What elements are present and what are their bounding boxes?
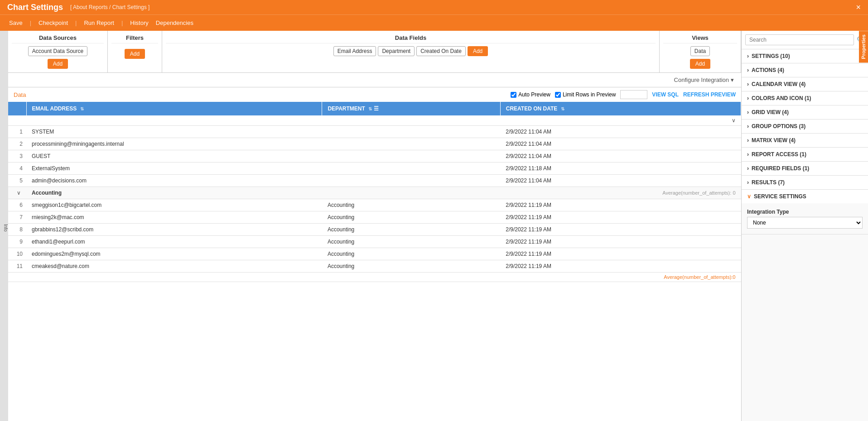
group-label: Accounting: [26, 187, 500, 199]
accordion-item-3: › COLORS AND ICON (1): [742, 91, 868, 105]
created-on-date-tag[interactable]: Created On Date: [416, 46, 466, 56]
properties-tab: Properties: [859, 31, 868, 62]
content-area: Data Sources Account Data Source Add Fil…: [8, 31, 741, 421]
accordion-header-8[interactable]: › REQUIRED FIELDS (1): [742, 162, 868, 175]
data-fields-section: Data Fields Email Address Department Cre…: [162, 31, 660, 72]
email-sort-icon[interactable]: ⇅: [80, 106, 84, 111]
configure-integration-button[interactable]: Configure Integration ▾: [674, 77, 734, 83]
accordion-header-4[interactable]: › GRID VIEW (4): [742, 105, 868, 119]
accordion-header-3[interactable]: › COLORS AND ICON (1): [742, 91, 868, 105]
right-panel-search: 🔍: [742, 31, 868, 49]
data-view-tag[interactable]: Data: [690, 46, 710, 56]
row-num: 3: [8, 150, 26, 163]
run-report-button[interactable]: Run Report: [82, 19, 116, 27]
chevron-down-icon: ▾: [731, 77, 734, 83]
expand-icon[interactable]: ∨: [732, 117, 736, 124]
filters-add-button[interactable]: Add: [125, 49, 145, 59]
table-row: 10 edomingues2m@mysql.com Accounting 2/9…: [8, 248, 741, 260]
data-sources-body: Account Data Source: [12, 46, 104, 56]
row-dept: [322, 175, 500, 187]
save-button[interactable]: Save: [7, 19, 24, 27]
row-email: rniesing2k@mac.com: [26, 211, 322, 224]
group-avg-row: Average(number_of_attempts):0: [8, 273, 741, 282]
data-label: Data: [14, 91, 26, 98]
row-num: 6: [8, 199, 26, 211]
integration-type-select[interactable]: None: [747, 217, 863, 229]
table-row: 8 gbrabbins12@scribd.com Accounting 2/9/…: [8, 224, 741, 236]
dept-sort-icon[interactable]: ⇅: [368, 106, 372, 111]
table-row: 3 GUEST 2/9/2022 11:04 AM: [8, 150, 741, 163]
history-button[interactable]: History: [128, 19, 150, 27]
chevron-right-icon-3: ›: [747, 95, 749, 101]
group-avg-footer: Average(number_of_attempts):0: [8, 273, 741, 282]
row-dept: [322, 150, 500, 163]
accordion-header-7[interactable]: › REPORT ACCESS (1): [742, 148, 868, 161]
accordion-label-7: REPORT ACCESS (1): [752, 151, 806, 158]
col-num-header: [8, 102, 26, 115]
data-table-container[interactable]: EMAIL ADDRESS ⇅ DEPARTMENT ⇅ ☰ CREATED O…: [8, 102, 741, 421]
accordion-header-2[interactable]: › CALENDAR VIEW (4): [742, 77, 868, 91]
data-sources-header: Data Sources: [12, 34, 104, 43]
view-sql-button[interactable]: VIEW SQL: [652, 91, 679, 98]
accordion-item-5: › GROUP OPTIONS (3): [742, 120, 868, 134]
service-settings-header[interactable]: ∨ SERVICE SETTINGS: [742, 190, 868, 203]
limit-rows-checkbox[interactable]: [555, 92, 561, 98]
auto-preview-checkbox[interactable]: [511, 92, 516, 98]
row-dept: Accounting: [322, 260, 500, 273]
sep1: |: [30, 19, 31, 26]
auto-preview-label: Auto Preview: [511, 91, 550, 98]
row-date: 2/9/2022 11:04 AM: [500, 126, 741, 138]
search-input[interactable]: [745, 34, 854, 45]
refresh-preview-button[interactable]: REFRESH PREVIEW: [683, 91, 736, 98]
row-num: 8: [8, 224, 26, 236]
sep3: |: [121, 19, 123, 26]
accordion-item-1: › ACTIONS (4): [742, 63, 868, 77]
accordion-header-1[interactable]: › ACTIONS (4): [742, 63, 868, 77]
row-dept: Accounting: [322, 236, 500, 248]
preview-controls: Auto Preview Limit Rows in Preview 50 VI…: [511, 90, 736, 99]
department-tag[interactable]: Department: [378, 46, 415, 56]
accordion-header-5[interactable]: › GROUP OPTIONS (3): [742, 120, 868, 133]
accordion-label-8: REQUIRED FIELDS (1): [752, 165, 809, 172]
limit-rows-input[interactable]: 50: [620, 90, 647, 99]
close-icon[interactable]: ×: [856, 3, 861, 12]
row-num: 2: [8, 138, 26, 150]
accordion-item-7: › REPORT ACCESS (1): [742, 148, 868, 162]
accordion-item-9: › RESULTS (7): [742, 176, 868, 190]
dependencies-button[interactable]: Dependencies: [154, 19, 195, 27]
chevron-right-icon-1: ›: [747, 67, 749, 73]
data-fields-header: Data Fields: [166, 34, 656, 43]
row-email: edomingues2m@mysql.com: [26, 248, 322, 260]
chevron-right-icon-6: ›: [747, 137, 749, 144]
group-avg: Average(number_of_attempts): 0: [500, 187, 741, 199]
views-add-button[interactable]: Add: [690, 59, 710, 69]
data-fields-add-button[interactable]: Add: [468, 46, 488, 56]
chevron-right-icon-8: ›: [747, 165, 749, 172]
checkpoint-button[interactable]: Checkpoint: [37, 19, 70, 27]
table-row: 1 SYSTEM 2/9/2022 11:04 AM: [8, 126, 741, 138]
row-email: admin@decisions.com: [26, 175, 322, 187]
sep2: |: [75, 19, 77, 26]
account-data-source-tag[interactable]: Account Data Source: [28, 46, 87, 56]
data-fields-body: Email Address Department Created On Date…: [166, 46, 656, 56]
data-sources-add-button[interactable]: Add: [48, 59, 68, 69]
accordion-label-6: MATRIX VIEW (4): [752, 137, 796, 144]
accordion-header-0[interactable]: › SETTINGS (10): [742, 49, 868, 63]
left-sidebar: Info ⚙ 👥 🔧: [0, 31, 8, 421]
group-expand-icon[interactable]: ∨: [8, 187, 26, 199]
row-dept: [322, 138, 500, 150]
accordion-item-0: › SETTINGS (10): [742, 49, 868, 63]
accordion-header-9[interactable]: › RESULTS (7): [742, 176, 868, 189]
row-num: 10: [8, 248, 26, 260]
row-date: 2/9/2022 11:19 AM: [500, 236, 741, 248]
views-body: Data: [663, 46, 737, 56]
accordion-label-4: GRID VIEW (4): [752, 109, 789, 115]
table-row: 5 admin@decisions.com 2/9/2022 11:04 AM: [8, 175, 741, 187]
email-address-tag[interactable]: Email Address: [333, 46, 376, 56]
row-num: 1: [8, 126, 26, 138]
row-num: 7: [8, 211, 26, 224]
dept-filter-icon[interactable]: ☰: [374, 105, 379, 112]
accordion-header-6[interactable]: › MATRIX VIEW (4): [742, 134, 868, 147]
row-num: 5: [8, 175, 26, 187]
date-sort-icon[interactable]: ⇅: [561, 106, 564, 111]
